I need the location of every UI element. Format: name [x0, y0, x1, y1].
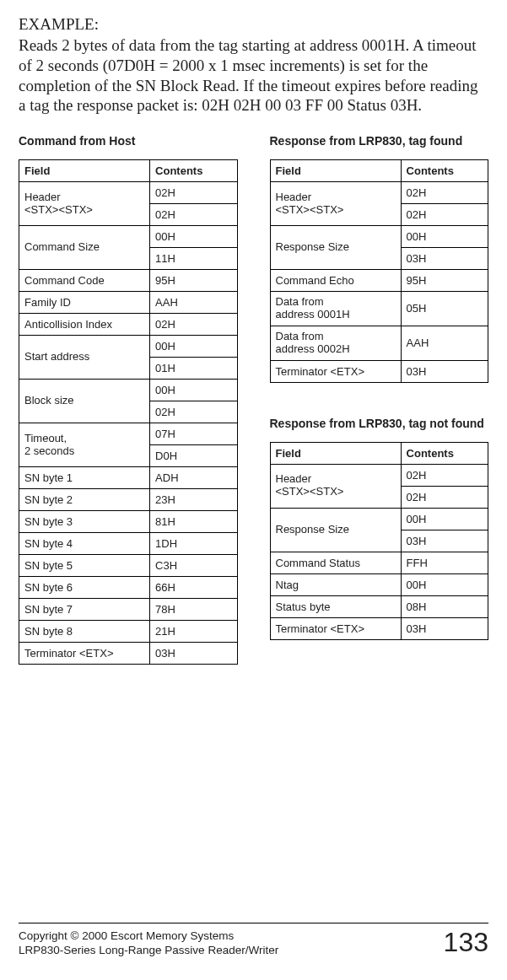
table-header-contents: Contents [150, 160, 237, 182]
cell-contents: ADH [150, 467, 237, 489]
cell-contents: 03H [401, 617, 488, 639]
table-row: Command StatusFFH [270, 552, 488, 573]
cell-contents: 1DH [150, 533, 237, 555]
table-row: SN byte 381H [19, 511, 238, 533]
table-row: Header<STX><STX>02H [19, 182, 238, 204]
cell-contents: 03H [401, 530, 488, 552]
cell-contents: FFH [401, 552, 488, 573]
cell-field: Data fromaddress 0001H [270, 292, 401, 326]
cell-contents: C3H [150, 555, 237, 577]
cell-field: SN byte 7 [19, 599, 150, 621]
cell-contents: 03H [150, 643, 237, 665]
cell-contents: 03H [401, 360, 488, 382]
table-header-field: Field [270, 160, 401, 182]
cell-field: Response Size [270, 508, 401, 552]
table-row: SN byte 1ADH [19, 467, 238, 489]
table-row: Start address00H [19, 336, 238, 358]
cell-contents: 07H [150, 423, 237, 445]
cell-field: Data fromaddress 0002H [270, 326, 401, 360]
table-row: SN byte 223H [19, 489, 238, 511]
cell-contents: 00H [150, 380, 237, 401]
cell-field: Header<STX><STX> [19, 182, 150, 226]
right-column: Response from LRP830, tag found FieldCon… [270, 134, 489, 665]
cell-field: Command Size [19, 226, 150, 270]
table-row: SN byte 666H [19, 577, 238, 599]
table-row: Data fromaddress 0001H05H [270, 292, 488, 326]
cell-contents: 23H [150, 489, 237, 511]
table-title-resp-not-found: Response from LRP830, tag not found [270, 417, 489, 430]
cell-field: Response Size [270, 226, 401, 270]
table-row: Response Size00H [270, 508, 488, 530]
table-row: SN byte 778H [19, 599, 238, 621]
table-row: Command Code95H [19, 270, 238, 292]
cell-contents: 05H [401, 292, 488, 326]
cell-contents: 02H [401, 486, 488, 508]
page-content: EXAMPLE: Reads 2 bytes of data from the … [0, 0, 507, 665]
cell-contents: 00H [401, 573, 488, 595]
footer-line2: LRP830-Series Long-Range Passive Reader/… [19, 944, 278, 956]
cell-field: Block size [19, 380, 150, 423]
table-title-command: Command from Host [19, 134, 238, 148]
cell-contents: 00H [401, 508, 488, 530]
cell-contents: AAH [401, 326, 488, 360]
cell-field: Terminator <ETX> [270, 617, 401, 639]
cell-field: SN byte 6 [19, 577, 150, 599]
table-row: Header<STX><STX>02H [270, 182, 488, 204]
example-body: Reads 2 bytes of data from the tag start… [19, 35, 488, 116]
table-row: Command Size00H [19, 226, 238, 248]
cell-contents: 01H [150, 358, 237, 380]
table-row: Command Echo95H [270, 270, 488, 292]
table-row: Status byte08H [270, 595, 488, 617]
left-column: Command from Host FieldContentsHeader<ST… [19, 134, 238, 665]
cell-contents: 95H [401, 270, 488, 292]
cell-contents: 00H [150, 226, 237, 248]
cell-contents: 02H [150, 204, 237, 226]
cell-field: SN byte 8 [19, 621, 150, 643]
cell-contents: 02H [401, 204, 488, 226]
cell-field: Terminator <ETX> [270, 360, 401, 382]
cell-contents: 02H [150, 182, 237, 204]
footer-line1: Copyright © 2000 Escort Memory Systems [19, 929, 234, 942]
cell-contents: 02H [401, 182, 488, 204]
table-resp-not-found: FieldContentsHeader<STX><STX>02H02HRespo… [270, 442, 489, 640]
cell-contents: 66H [150, 577, 237, 599]
cell-field: Anticollision Index [19, 314, 150, 336]
table-resp-found: FieldContentsHeader<STX><STX>02H02HRespo… [270, 159, 489, 383]
table-row: Ntag00H [270, 573, 488, 595]
cell-field: SN byte 2 [19, 489, 150, 511]
cell-field: Status byte [270, 595, 401, 617]
table-title-resp-found: Response from LRP830, tag found [270, 134, 489, 148]
cell-field: Command Code [19, 270, 150, 292]
cell-contents: 81H [150, 511, 237, 533]
page-footer: Copyright © 2000 Escort Memory Systems L… [19, 923, 488, 958]
cell-contents: D0H [150, 445, 237, 467]
cell-field: SN byte 3 [19, 511, 150, 533]
cell-contents: AAH [150, 292, 237, 314]
table-row: Terminator <ETX>03H [270, 360, 488, 382]
columns: Command from Host FieldContentsHeader<ST… [19, 134, 488, 665]
table-row: SN byte 5C3H [19, 555, 238, 577]
cell-field: Ntag [270, 573, 401, 595]
table-header-field: Field [19, 160, 150, 182]
cell-field: Family ID [19, 292, 150, 314]
cell-field: SN byte 5 [19, 555, 150, 577]
cell-contents: 95H [150, 270, 237, 292]
table-row: Anticollision Index02H [19, 314, 238, 336]
footer-text: Copyright © 2000 Escort Memory Systems L… [19, 929, 278, 958]
table-header-contents: Contents [401, 160, 488, 182]
table-row: Header<STX><STX>02H [270, 464, 488, 486]
table-row: Timeout,2 seconds07H [19, 423, 238, 445]
cell-field: SN byte 4 [19, 533, 150, 555]
cell-contents: 00H [401, 226, 488, 248]
table-row: Block size00H [19, 380, 238, 401]
cell-contents: 02H [401, 464, 488, 486]
cell-field: SN byte 1 [19, 467, 150, 489]
cell-contents: 00H [150, 336, 237, 358]
table-header-contents: Contents [401, 442, 488, 464]
cell-field: Timeout,2 seconds [19, 423, 150, 467]
table-command: FieldContentsHeader<STX><STX>02H02HComma… [19, 159, 238, 665]
cell-field: Start address [19, 336, 150, 380]
cell-contents: 02H [150, 314, 237, 336]
cell-contents: 02H [150, 401, 237, 423]
cell-field: Header<STX><STX> [270, 464, 401, 508]
